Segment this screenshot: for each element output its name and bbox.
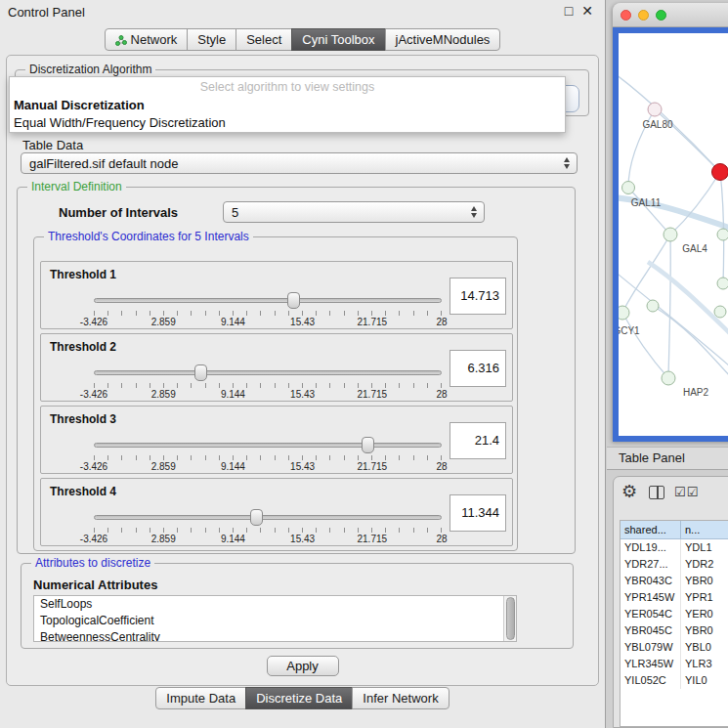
table-header-cell[interactable]: shared...	[621, 521, 681, 539]
table-row[interactable]: YPR145WYPR1	[621, 589, 728, 606]
network-node-hap2[interactable]	[662, 371, 675, 385]
table-row[interactable]: YBL079WYBL0	[621, 639, 728, 656]
minimize-icon[interactable]: □	[565, 3, 573, 19]
table-row[interactable]: YER054CYER0	[621, 606, 728, 622]
list-item-topologicalcoefficient[interactable]: TopologicalCoefficient	[34, 613, 516, 629]
threshold-slider[interactable]: -3.4262.8599.14415.4321.71528	[94, 291, 442, 326]
traffic-close-icon[interactable]	[621, 10, 631, 21]
threshold-value-field[interactable]: 11.344	[450, 494, 506, 532]
table-panel-titlebar[interactable]: Table Panel	[607, 447, 728, 470]
network-node-gal4[interactable]	[664, 228, 677, 241]
tab-select[interactable]: Select	[236, 28, 292, 51]
threshold-label: Threshold 3	[50, 412, 116, 426]
columns-icon[interactable]	[649, 486, 664, 499]
table-header-cell[interactable]: n...	[681, 521, 728, 539]
top-tab-bar: NetworkStyleSelectCyni ToolboxjActiveMNo…	[0, 28, 605, 51]
select-columns-checkboxes-icon[interactable]: ☑☑	[674, 485, 699, 499]
table-cell: YLR3	[681, 656, 728, 672]
interval-definition-group: Interval Definition Number of Intervals …	[17, 187, 576, 554]
network-node-gcy1[interactable]	[619, 306, 629, 320]
tick-label: 21.715	[358, 534, 388, 544]
slider-thumb[interactable]	[287, 292, 300, 309]
combo-spinner-icon[interactable]	[471, 206, 477, 218]
tick-label: 21.715	[358, 389, 388, 400]
tick-label: 9.144	[221, 461, 245, 472]
slider-track[interactable]	[94, 298, 442, 303]
tab-jactivemnodules[interactable]: jActiveMNodules	[385, 28, 501, 51]
slider-track[interactable]	[94, 443, 442, 448]
threshold-panel-2: Threshold 2-3.4262.8599.14415.4321.71528…	[40, 333, 513, 402]
tick-label: 15.43	[290, 461, 315, 472]
slider-thumb[interactable]	[250, 509, 263, 526]
table-cell: YDR27...	[621, 556, 681, 573]
threshold-slider[interactable]: -3.4262.8599.14415.4321.71528	[94, 436, 442, 471]
threshold-slider[interactable]: -3.4262.8599.14415.4321.71528	[94, 508, 442, 543]
table-row[interactable]: YBR043CYBR0	[621, 573, 728, 589]
network-canvas[interactable]: GAL80GAL11GAL4GCY1HAP2	[613, 27, 728, 442]
network-node[interactable]	[714, 306, 726, 318]
node-attribute-table: shared...n... YDL19...YDL1YDR27...YDR2YB…	[620, 520, 728, 727]
attributes-to-discretize-group: Attributes to discretize Numerical Attri…	[21, 563, 574, 649]
thresholds-group-title: Threshold's Coordinates for 5 Intervals	[44, 230, 253, 243]
threshold-slider[interactable]: -3.4262.8599.14415.4321.71528	[94, 364, 442, 399]
tab-network[interactable]: Network	[105, 28, 189, 51]
threshold-label: Threshold 4	[50, 485, 116, 498]
slider-thumb[interactable]	[194, 364, 207, 381]
network-node[interactable]	[717, 229, 728, 240]
list-scrollbar-thumb[interactable]	[506, 597, 515, 640]
table-cell: YDL19...	[621, 539, 681, 556]
network-node[interactable]	[647, 300, 659, 312]
tick-label: 15.43	[290, 317, 315, 327]
network-edge	[648, 262, 728, 341]
traffic-minimize-icon[interactable]	[638, 10, 649, 21]
list-item-selfloops[interactable]: SelfLoops	[34, 596, 516, 613]
tick-label: 28	[436, 389, 447, 400]
threshold-panel-1: Threshold 1-3.4262.8599.14415.4321.71528…	[40, 261, 513, 329]
tab-infer-network[interactable]: Infer Network	[352, 687, 449, 709]
tab-style[interactable]: Style	[187, 28, 236, 51]
tab-impute-data[interactable]: Impute Data	[155, 687, 246, 709]
gear-icon[interactable]: ⚙	[621, 483, 637, 500]
number-of-intervals-combobox[interactable]: 5	[223, 201, 485, 223]
table-row[interactable]: YDR27...YDR2	[621, 556, 728, 573]
network-node-gal80[interactable]	[648, 103, 662, 116]
table-row[interactable]: YLR345WYLR3	[621, 656, 728, 672]
table-cell: YPR145W	[621, 589, 681, 606]
tick-label: 2.859	[151, 317, 176, 327]
table-cell: YBR0	[681, 573, 728, 589]
table-row[interactable]: YIL052CYIL0	[621, 672, 728, 689]
table-row[interactable]: YDL19...YDL1	[621, 539, 728, 556]
close-icon[interactable]: ✕	[581, 3, 593, 19]
control-panel-window: Control Panel □ ✕ NetworkStyleSelectCyni…	[0, 0, 606, 728]
network-graph-svg[interactable]: GAL80GAL11GAL4GCY1HAP2	[619, 33, 728, 436]
network-node[interactable]	[712, 164, 728, 181]
table-cell: YBL0	[681, 639, 728, 656]
list-item-betweennesscentrality[interactable]: BetweennessCentrality	[34, 629, 516, 642]
traffic-zoom-icon[interactable]	[656, 10, 666, 21]
table-rows: YDL19...YDL1YDR27...YDR2YBR043CYBR0YPR14…	[621, 539, 728, 689]
tick-label: 21.715	[358, 317, 388, 327]
dropdown-option-equal-width-frequency[interactable]: Equal Width/Frequency Discretization	[14, 115, 565, 130]
network-node-label: GAL11	[631, 197, 662, 208]
tab-discretize-data[interactable]: Discretize Data	[245, 687, 353, 709]
tick-label: 28	[436, 534, 447, 544]
table-cell: YBL079W	[621, 639, 681, 656]
network-window-titlebar[interactable]	[613, 3, 728, 27]
table-row[interactable]: YBR045CYBR0	[621, 622, 728, 639]
network-node[interactable]	[717, 278, 728, 289]
threshold-value-field[interactable]: 14.713	[450, 278, 506, 315]
list-scrollbar[interactable]	[503, 596, 516, 641]
numerical-attributes-listbox[interactable]: SelfLoopsTopologicalCoefficientBetweenne…	[33, 595, 517, 642]
slider-track[interactable]	[94, 515, 442, 520]
slider-track[interactable]	[94, 370, 442, 375]
tab-cyni-toolbox[interactable]: Cyni Toolbox	[291, 28, 385, 51]
network-node-gal11[interactable]	[622, 182, 635, 194]
threshold-value-field[interactable]: 6.316	[450, 350, 506, 387]
table-data-combobox[interactable]: galFiltered.sif default node	[21, 152, 578, 174]
apply-button[interactable]: Apply	[267, 656, 339, 676]
dropdown-option-manual-discretization[interactable]: Manual Discretization	[14, 98, 565, 112]
tab-label: jActiveMNodules	[396, 32, 491, 47]
threshold-value-field[interactable]: 21.4	[450, 422, 506, 459]
slider-thumb[interactable]	[362, 437, 374, 453]
combo-spinner-icon[interactable]	[564, 157, 570, 169]
